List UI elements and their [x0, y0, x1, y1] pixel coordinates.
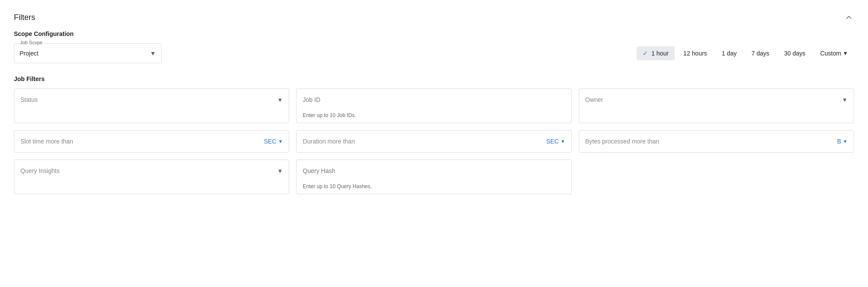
collapse-button[interactable] [844, 12, 854, 23]
job-id-hint: Enter up to 10 Job IDs. [297, 111, 571, 123]
bytes-processed-unit: B [837, 138, 841, 145]
duration-label: Duration more than [303, 138, 546, 145]
check-icon: ✓ [643, 50, 648, 57]
job-id-field: Enter up to 10 Job IDs. [296, 88, 571, 123]
owner-field: Owner ▼ [579, 88, 854, 123]
query-insights-dropdown-arrow-icon: ▼ [277, 168, 283, 174]
query-hash-field: Enter up to 10 Query Hashes. [296, 160, 571, 194]
owner-dropdown-arrow-icon: ▼ [842, 97, 848, 103]
job-id-input[interactable] [303, 96, 565, 103]
status-field: Status ▼ [14, 88, 289, 123]
slot-time-label: Slot time more than [20, 138, 264, 145]
time-btn-7days[interactable]: 7 days [746, 46, 776, 60]
bytes-processed-label: Bytes processed more than [585, 138, 837, 145]
query-hash-input[interactable] [303, 167, 565, 174]
panel-header: Filters [14, 12, 854, 23]
slot-time-field: Slot time more than SEC ▼ [14, 130, 289, 153]
job-scope-field: Job Scope Project Organization Folder ▼ [14, 43, 162, 63]
scope-row: Job Scope Project Organization Folder ▼ … [14, 43, 854, 63]
job-scope-label: Job Scope [19, 40, 44, 45]
bytes-processed-field: Bytes processed more than B ▼ [579, 130, 854, 153]
time-btn-custom[interactable]: Custom ▼ [814, 46, 854, 60]
time-btn-30days[interactable]: 30 days [778, 46, 812, 60]
duration-field: Duration more than SEC ▼ [296, 130, 571, 153]
slot-time-unit-arrow-icon[interactable]: ▼ [278, 139, 283, 144]
status-dropdown-arrow-icon: ▼ [277, 97, 283, 103]
job-filters-section: Job Filters Status ▼ Enter up to 10 Job … [14, 75, 854, 194]
filters-row-1: Status ▼ Enter up to 10 Job IDs. Owner ▼ [14, 88, 854, 123]
duration-unit: SEC [546, 138, 559, 145]
empty-cell [579, 160, 854, 194]
custom-dropdown-arrow-icon: ▼ [843, 50, 848, 56]
filters-panel: Filters Scope Configuration Job Scope Pr… [0, 0, 868, 287]
time-btn-12hours[interactable]: 12 hours [677, 46, 713, 60]
query-hash-hint: Enter up to 10 Query Hashes. [297, 182, 571, 194]
query-insights-label: Query Insights [20, 167, 274, 174]
query-insights-field: Query Insights ▼ [14, 160, 289, 194]
status-label: Status [20, 96, 274, 103]
slot-time-unit: SEC [264, 138, 277, 145]
filters-row-3: Query Insights ▼ Enter up to 10 Query Ha… [14, 160, 854, 194]
duration-unit-arrow-icon[interactable]: ▼ [561, 139, 565, 144]
time-range-group: ✓ 1 hour 12 hours 1 day 7 days 30 days C… [637, 46, 854, 60]
owner-label: Owner [585, 96, 838, 103]
scope-config-title: Scope Configuration [14, 30, 854, 37]
job-filters-title: Job Filters [14, 75, 854, 82]
bytes-unit-arrow-icon[interactable]: ▼ [843, 139, 848, 144]
job-scope-select[interactable]: Project Organization Folder [20, 44, 156, 63]
time-btn-1day[interactable]: 1 day [716, 46, 743, 60]
filters-row-2: Slot time more than SEC ▼ Duration more … [14, 130, 854, 153]
time-btn-1hour[interactable]: ✓ 1 hour [637, 46, 675, 60]
panel-title: Filters [14, 13, 35, 22]
